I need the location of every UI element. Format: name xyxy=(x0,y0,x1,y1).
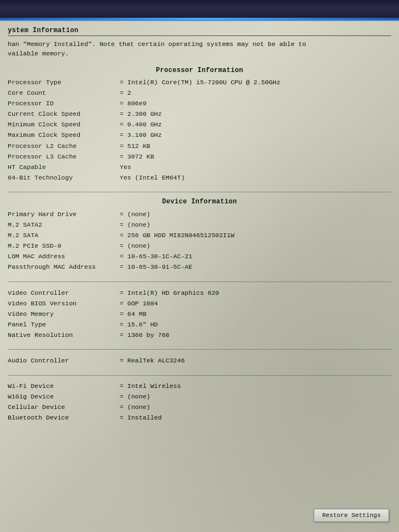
divider-2 xyxy=(8,282,391,282)
row-value: = Intel Wireless xyxy=(119,381,391,392)
row-label: Video BIOS Version xyxy=(8,298,119,309)
table-row: LOM MAC Address= 10-65-30-1C-AC-21 xyxy=(8,252,391,262)
table-row: Processor L2 Cache= 512 KB xyxy=(8,141,391,151)
table-row: M.2 SATA2= (none) xyxy=(8,220,391,231)
table-row: M.2 PCIe SSD-0= (none) xyxy=(8,241,391,252)
audio-section: Audio Controller= RealTek ALC3246 xyxy=(8,355,391,366)
table-row: Current Clock Speed= 2.300 GHz xyxy=(8,109,391,120)
table-row: Video BIOS Version= GOP 1084 xyxy=(8,298,391,309)
row-label: Video Memory xyxy=(8,309,119,319)
row-label: Core Count xyxy=(8,88,119,99)
row-value: = 2 xyxy=(119,88,391,99)
top-bar xyxy=(0,0,399,21)
divider-4 xyxy=(8,375,391,376)
row-value: = 512 KB xyxy=(119,141,391,151)
table-row: Processor ID= 806e9 xyxy=(8,99,391,109)
table-row: Wi-Fi Device= Intel Wireless xyxy=(8,381,391,392)
table-row: Core Count= 2 xyxy=(8,88,391,99)
row-value: = 0.400 GHz xyxy=(119,120,391,130)
row-value: = 10-65-30-91-5C-AE xyxy=(119,262,391,273)
row-value: Yes (Intel EM64T) xyxy=(119,172,391,183)
row-value: = 806e9 xyxy=(119,99,391,109)
device-table: Primary Hard Drive= (none)M.2 SATA2= (no… xyxy=(8,209,391,273)
row-value: = Intel(R) Core(TM) i5-7200U CPU @ 2.50G… xyxy=(119,78,391,88)
row-label: Native Resolution xyxy=(8,330,119,340)
table-row: Processor L3 Cache= 3072 KB xyxy=(8,151,391,162)
row-label: Current Clock Speed xyxy=(8,109,119,120)
network-section: Wi-Fi Device= Intel WirelessWiGig Device… xyxy=(8,381,391,423)
audio-table: Audio Controller= RealTek ALC3246 xyxy=(8,355,391,366)
device-section: Device Information Primary Hard Drive= (… xyxy=(8,198,391,273)
row-value: = 3072 KB xyxy=(119,151,391,162)
table-row: HT CapableYes xyxy=(8,162,391,172)
row-label: Cellular Device xyxy=(8,402,119,413)
row-label: Processor Type xyxy=(8,78,119,88)
row-label: Processor L2 Cache xyxy=(8,141,119,151)
row-label: Video Controller xyxy=(8,288,119,298)
section-header: ystem Information xyxy=(8,27,391,36)
row-value: = 10-65-30-1C-AC-21 xyxy=(119,252,391,262)
table-row: Processor Type= Intel(R) Core(TM) i5-720… xyxy=(8,78,391,88)
table-row: Passthrough MAC Address= 10-65-30-91-5C-… xyxy=(8,262,391,273)
row-value: = 2.300 GHz xyxy=(119,109,391,120)
processor-section: Processor Information Processor Type= In… xyxy=(8,66,391,183)
row-value: = (none) xyxy=(119,241,391,252)
row-value: = 256 GB HDD MI82N046512502I1W xyxy=(119,231,391,241)
row-value: Yes xyxy=(119,162,391,172)
row-label: Processor L3 Cache xyxy=(8,151,119,162)
row-label: Primary Hard Drive xyxy=(8,209,119,219)
row-label: LOM MAC Address xyxy=(8,252,119,262)
network-table: Wi-Fi Device= Intel WirelessWiGig Device… xyxy=(8,381,391,423)
row-label: Panel Type xyxy=(8,319,119,330)
table-row: M.2 SATA= 256 GB HDD MI82N046512502I1W xyxy=(8,231,391,241)
main-content: ystem Information han "Memory Installed"… xyxy=(0,21,399,532)
divider-3 xyxy=(8,349,391,350)
row-value: = GOP 1084 xyxy=(119,298,391,309)
row-value: = Intel(R) HD Graphics 620 xyxy=(119,288,391,298)
row-label: Wi-Fi Device xyxy=(8,381,119,392)
row-label: M.2 SATA xyxy=(8,231,119,241)
row-value: = 1366 by 768 xyxy=(119,330,391,340)
table-row: Video Controller= Intel(R) HD Graphics 6… xyxy=(8,288,391,298)
processor-table: Processor Type= Intel(R) Core(TM) i5-720… xyxy=(8,78,391,183)
row-label: Passthrough MAC Address xyxy=(8,262,119,273)
table-row: Panel Type= 15.6" HD xyxy=(8,319,391,330)
video-section: Video Controller= Intel(R) HD Graphics 6… xyxy=(8,288,391,340)
table-row: Cellular Device= (none) xyxy=(8,402,391,413)
table-row: Primary Hard Drive= (none) xyxy=(8,209,391,219)
row-value: = (none) xyxy=(119,209,391,219)
table-row: Audio Controller= RealTek ALC3246 xyxy=(8,355,391,366)
row-label: Minimum Clock Speed xyxy=(8,120,119,130)
row-label: M.2 SATA2 xyxy=(8,220,119,231)
row-value: = (none) xyxy=(119,220,391,231)
table-row: Video Memory= 64 MB xyxy=(8,309,391,319)
row-value: = Installed xyxy=(119,413,391,423)
row-value: = 64 MB xyxy=(119,309,391,319)
table-row: 64-Bit TechnologyYes (Intel EM64T) xyxy=(8,172,391,183)
divider-1 xyxy=(8,192,391,192)
row-label: Maximum Clock Speed xyxy=(8,130,119,141)
processor-section-title: Processor Information xyxy=(8,66,391,74)
row-value: = 15.6" HD xyxy=(119,319,391,330)
row-label: M.2 PCIe SSD-0 xyxy=(8,241,119,252)
row-value: = (none) xyxy=(119,392,391,402)
row-label: Audio Controller xyxy=(8,355,119,366)
row-label: WiGig Device xyxy=(8,392,119,402)
row-label: Bluetooth Device xyxy=(8,413,119,423)
table-row: WiGig Device= (none) xyxy=(8,392,391,402)
description-text: han "Memory Installed". Note that certai… xyxy=(8,39,391,59)
table-row: Minimum Clock Speed= 0.400 GHz xyxy=(8,120,391,130)
row-label: 64-Bit Technology xyxy=(8,172,119,183)
restore-settings-button[interactable]: Restore Settings xyxy=(314,509,389,522)
video-table: Video Controller= Intel(R) HD Graphics 6… xyxy=(8,288,391,340)
row-value: = 3.100 GHz xyxy=(119,130,391,141)
row-value: = RealTek ALC3246 xyxy=(119,355,391,366)
row-label: Processor ID xyxy=(8,99,119,109)
table-row: Maximum Clock Speed= 3.100 GHz xyxy=(8,130,391,141)
row-value: = (none) xyxy=(119,402,391,413)
table-row: Bluetooth Device= Installed xyxy=(8,413,391,423)
device-section-title: Device Information xyxy=(8,198,391,206)
table-row: Native Resolution= 1366 by 768 xyxy=(8,330,391,340)
row-label: HT Capable xyxy=(8,162,119,172)
